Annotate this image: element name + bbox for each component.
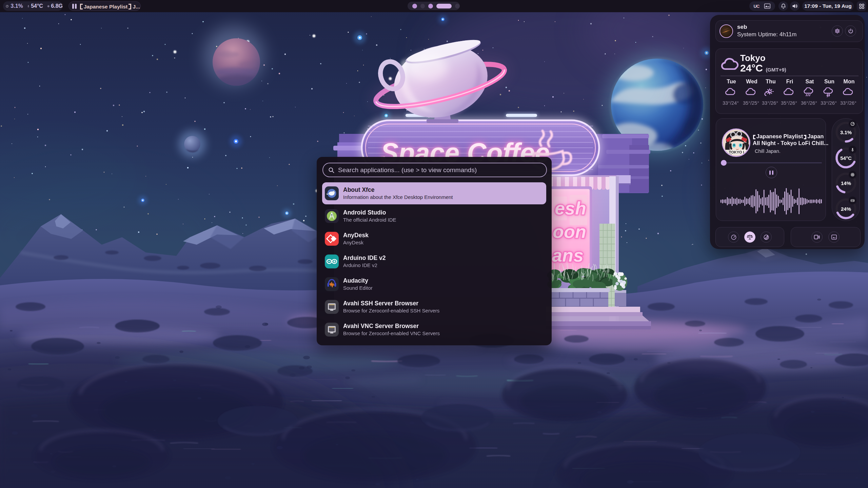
svg-text:TOKYO L: TOKYO L: [729, 150, 746, 154]
